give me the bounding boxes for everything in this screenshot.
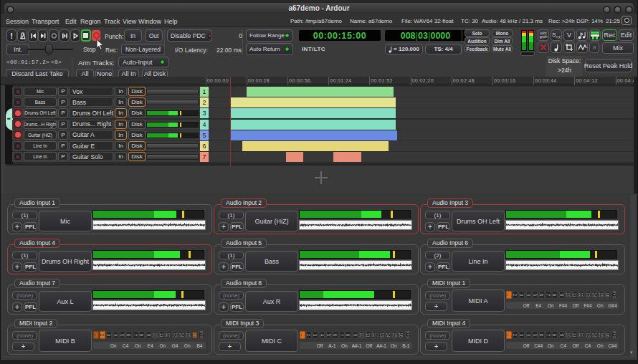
svg-text:!: ! <box>10 32 13 40</box>
